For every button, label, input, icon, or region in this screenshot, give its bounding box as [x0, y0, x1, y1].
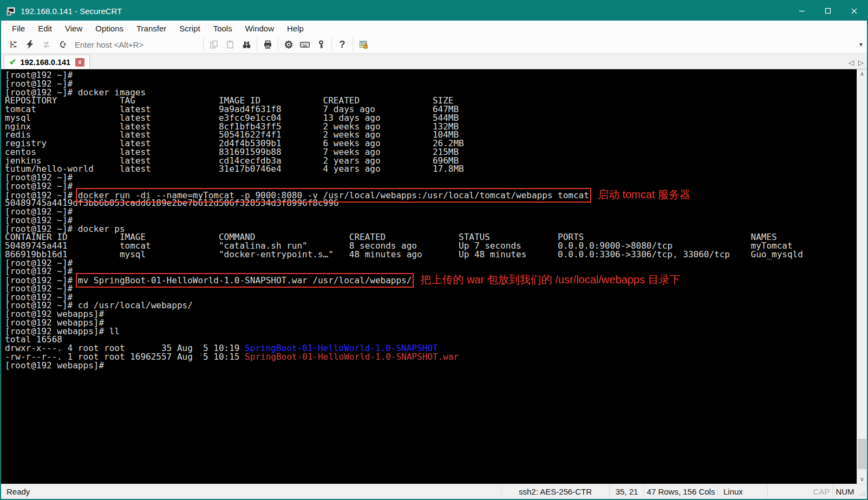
terminal-line: [root@192 ~]# cd /usr/local/webapps/ — [5, 301, 857, 310]
terminal-line: -rw-r--r--. 1 root root 16962557 Aug 5 1… — [5, 353, 857, 361]
red-annotation: 把上传的 war 包放到我们的 /usr/local/webapps 目录下 — [412, 274, 680, 285]
quick-connect-icon[interactable] — [22, 37, 38, 52]
toolbar-separator — [331, 38, 332, 51]
print-icon[interactable] — [259, 37, 276, 52]
terminal-line: tutum/hello-world latest 31e17b0746e4 4 … — [5, 165, 857, 173]
toolbar: ⚙ ? ▾ — [1, 36, 867, 54]
scrollbar[interactable]: ∧ ∨ — [857, 69, 867, 484]
menu-view[interactable]: View — [58, 22, 89, 35]
status-num-indicator: NUM — [832, 486, 857, 498]
tab-label: 192.168.0.141 — [20, 58, 70, 67]
terminal-line: [root@192 ~]# — [5, 71, 857, 80]
war-file-name: SpringBoot-01-HelloWorld-1.0-SNAPSHOT.wa… — [245, 352, 459, 362]
maximize-button[interactable] — [815, 1, 841, 21]
status-cursor-position: 35, 21 — [609, 486, 644, 498]
toolbar-overflow-icon[interactable]: ▾ — [859, 41, 863, 48]
terminal-screen[interactable]: [root@192 ~]#[root@192 ~]#[root@192 ~]# … — [1, 69, 857, 484]
tab-bar: ✔ 192.168.0.141 x ◁ ▷ — [1, 54, 867, 69]
highlighted-command: mv SpringBoot-01-HelloWorld-1.0-SNAPSHOT… — [78, 275, 412, 285]
reconnect-icon[interactable] — [38, 37, 54, 52]
terminal-area: [root@192 ~]#[root@192 ~]#[root@192 ~]# … — [1, 69, 867, 484]
menu-bar: File Edit View Options Transfer Script T… — [1, 21, 867, 36]
scrollbar-thumb[interactable] — [858, 439, 866, 469]
terminal-line: [root@192 ~]# mv SpringBoot-01-HelloWorl… — [5, 276, 857, 284]
disconnect-icon[interactable] — [54, 37, 70, 52]
terminal-line: [root@192 webapps]# ll — [5, 327, 857, 336]
close-button[interactable] — [841, 1, 867, 21]
red-annotation: 启动 tomcat 服务器 — [589, 189, 690, 200]
terminal-line: [root@192 webapps]# — [5, 319, 857, 327]
title-bar: 192.168.0.141 - SecureCRT — [1, 1, 867, 21]
toolbar-separator — [203, 38, 204, 51]
terminal-line: [root@192 ~]# — [5, 216, 857, 225]
options-gear-icon[interactable]: ⚙ — [280, 37, 297, 52]
status-ready: Ready — [1, 487, 501, 496]
terminal-line: [root@192 ~]# — [5, 259, 857, 268]
menu-help[interactable]: Help — [280, 22, 310, 35]
menu-options[interactable]: Options — [89, 22, 130, 35]
status-terminal-size: 47 Rows, 156 Cols — [644, 486, 717, 498]
session-tab[interactable]: ✔ 192.168.0.141 x — [4, 55, 90, 69]
scrollbar-track[interactable] — [857, 79, 867, 475]
tab-close-button[interactable]: x — [75, 58, 84, 67]
app-icon — [6, 7, 16, 16]
terminal-line: [root@192 webapps]# — [5, 310, 857, 319]
terminal-text: 866919bb16d1 mysql "docker-entrypoint.s…… — [5, 249, 803, 259]
terminal-line: [root@192 ~]# — [5, 284, 857, 293]
toolbar-separator — [278, 38, 278, 51]
paste-icon[interactable] — [222, 37, 238, 52]
toolbar-separator — [257, 38, 257, 51]
resize-grip[interactable] — [857, 486, 867, 498]
find-icon[interactable] — [238, 37, 254, 52]
terminal-line: [root@192 ~]# — [5, 173, 857, 182]
securecrt-window: 192.168.0.141 - SecureCRT File Edit View… — [0, 0, 868, 500]
menu-script[interactable]: Script — [173, 22, 206, 35]
key-icon[interactable] — [313, 37, 329, 52]
menu-transfer[interactable]: Transfer — [130, 22, 173, 35]
host-input[interactable] — [74, 40, 201, 50]
terminal-text: tutum/hello-world latest 31e17b0746e4 4 … — [5, 164, 464, 174]
menu-edit[interactable]: Edit — [31, 22, 58, 35]
session-manager-icon[interactable] — [5, 37, 22, 52]
status-caps-indicator: CAP — [811, 486, 832, 498]
terminal-line: 866919bb16d1 mysql "docker-entrypoint.s…… — [5, 250, 857, 259]
terminal-text: [root@192 webapps]# — [5, 360, 104, 371]
connected-check-icon: ✔ — [9, 57, 16, 67]
keyboard-icon[interactable] — [297, 37, 313, 52]
window-title: 192.168.0.141 - SecureCRT — [21, 7, 122, 16]
copy-icon[interactable] — [206, 37, 222, 52]
status-os: Linux — [717, 486, 767, 498]
status-empty-cell — [767, 486, 811, 498]
menu-window[interactable]: Window — [239, 22, 280, 35]
toolbar-separator — [353, 38, 353, 51]
scroll-down-icon[interactable]: ∨ — [857, 475, 867, 484]
minimize-button[interactable] — [789, 1, 815, 21]
menu-file[interactable]: File — [5, 22, 31, 35]
scroll-up-icon[interactable]: ∧ — [857, 69, 867, 79]
terminal-line: [root@192 ~]# — [5, 182, 857, 191]
tab-scroll-right-icon[interactable]: ▷ — [858, 59, 864, 67]
help-icon[interactable]: ? — [334, 37, 350, 52]
status-bar: Ready ssh2: AES-256-CTR 35, 21 47 Rows, … — [1, 484, 867, 499]
menu-tools[interactable]: Tools — [207, 22, 239, 35]
status-encryption: ssh2: AES-256-CTR — [501, 486, 609, 498]
session-options-icon[interactable] — [355, 37, 371, 52]
terminal-line: [root@192 webapps]# — [5, 361, 857, 370]
tab-scroll-left-icon[interactable]: ◁ — [849, 59, 854, 67]
terminal-line: [root@192 ~]# — [5, 207, 857, 216]
